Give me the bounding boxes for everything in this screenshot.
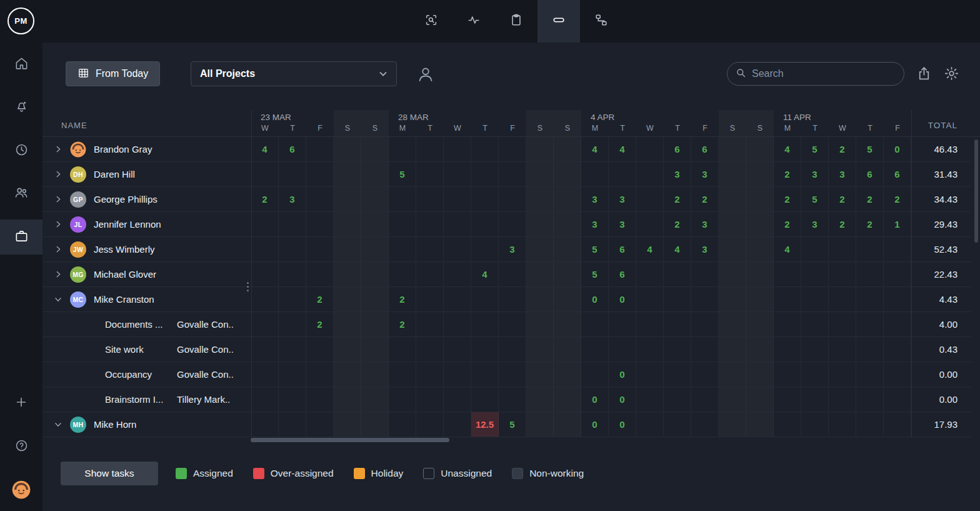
- workload-cell[interactable]: [334, 412, 361, 437]
- workload-cell[interactable]: [774, 312, 801, 336]
- workload-cell[interactable]: [636, 362, 664, 387]
- expand-chevron-icon[interactable]: [51, 145, 65, 153]
- workload-cell[interactable]: [444, 237, 471, 261]
- workload-cell[interactable]: 5: [801, 137, 829, 161]
- workload-cell[interactable]: [279, 237, 306, 261]
- workload-cell[interactable]: [499, 212, 526, 236]
- workload-cell[interactable]: [719, 237, 746, 261]
- workload-cell[interactable]: [416, 187, 444, 211]
- workload-cell[interactable]: 6: [609, 237, 636, 261]
- workload-cell[interactable]: [306, 387, 334, 412]
- workload-cell[interactable]: [636, 262, 664, 286]
- workload-cell[interactable]: 4: [251, 137, 279, 161]
- workload-cell[interactable]: 3: [691, 162, 719, 186]
- workload-cell[interactable]: [526, 412, 554, 437]
- workload-cell[interactable]: 3: [691, 237, 719, 261]
- workload-cell[interactable]: 5: [856, 137, 884, 161]
- workload-cell[interactable]: 2: [884, 187, 911, 211]
- workload-cell[interactable]: [306, 187, 334, 211]
- workload-cell[interactable]: [526, 362, 554, 387]
- workload-cell[interactable]: [636, 337, 664, 362]
- workload-cell[interactable]: [334, 162, 361, 186]
- workload-cell[interactable]: 6: [279, 137, 306, 161]
- workload-cell[interactable]: [389, 337, 416, 362]
- workload-cell[interactable]: 2: [664, 212, 691, 236]
- person-row[interactable]: JWJess Wimberly356443452.43: [42, 237, 971, 262]
- workload-cell[interactable]: [829, 337, 856, 362]
- workload-cell[interactable]: [636, 312, 664, 336]
- workload-cell[interactable]: [719, 287, 746, 311]
- workload-cell[interactable]: [691, 362, 719, 387]
- workload-cell[interactable]: [251, 262, 279, 286]
- workload-cell[interactable]: 4: [664, 237, 691, 261]
- sidebar-item-notifications[interactable]: [0, 93, 42, 122]
- workload-cell[interactable]: [526, 287, 554, 311]
- workload-cell[interactable]: [334, 187, 361, 211]
- workload-cell[interactable]: [361, 287, 389, 311]
- from-today-button[interactable]: From Today: [66, 61, 160, 86]
- workload-cell[interactable]: [444, 287, 471, 311]
- workload-cell[interactable]: [444, 412, 471, 437]
- sidebar-item-add[interactable]: [0, 389, 42, 418]
- workload-cell[interactable]: [719, 387, 746, 412]
- workload-cell[interactable]: [471, 187, 499, 211]
- workload-cell[interactable]: [884, 237, 911, 261]
- sidebar-item-portfolio[interactable]: [0, 220, 42, 255]
- workload-cell[interactable]: [334, 312, 361, 336]
- workload-cell[interactable]: 3: [609, 187, 636, 211]
- workload-cell[interactable]: 0: [581, 287, 609, 311]
- tab-workload[interactable]: [538, 0, 580, 43]
- workload-cell[interactable]: [361, 312, 389, 336]
- workload-cell[interactable]: 5: [581, 237, 609, 261]
- expand-chevron-icon[interactable]: [51, 195, 65, 203]
- workload-cell[interactable]: [884, 337, 911, 362]
- workload-cell[interactable]: 4: [774, 237, 801, 261]
- workload-cell[interactable]: [554, 237, 581, 261]
- workload-cell[interactable]: [774, 412, 801, 437]
- workload-cell[interactable]: 3: [581, 187, 609, 211]
- workload-cell[interactable]: [416, 137, 444, 161]
- workload-cell[interactable]: 6: [884, 162, 911, 186]
- show-tasks-button[interactable]: Show tasks: [61, 462, 158, 485]
- workload-cell[interactable]: [526, 337, 554, 362]
- workload-cell[interactable]: 3: [801, 162, 829, 186]
- workload-cell[interactable]: [664, 387, 691, 412]
- workload-cell[interactable]: [774, 262, 801, 286]
- workload-cell[interactable]: [746, 287, 774, 311]
- workload-cell[interactable]: [361, 237, 389, 261]
- workload-cell[interactable]: [664, 262, 691, 286]
- workload-cell[interactable]: [526, 237, 554, 261]
- workload-cell[interactable]: [636, 212, 664, 236]
- workload-cell[interactable]: [526, 137, 554, 161]
- workload-cell[interactable]: [361, 262, 389, 286]
- workload-cell[interactable]: 0: [884, 137, 911, 161]
- workload-cell[interactable]: [361, 212, 389, 236]
- workload-cell[interactable]: [471, 137, 499, 161]
- workload-cell[interactable]: [279, 287, 306, 311]
- workload-cell[interactable]: [306, 237, 334, 261]
- workload-cell[interactable]: [554, 162, 581, 186]
- workload-cell[interactable]: 3: [499, 237, 526, 261]
- tab-clipboard[interactable]: [495, 0, 538, 43]
- workload-cell[interactable]: [444, 137, 471, 161]
- workload-cell[interactable]: [526, 312, 554, 336]
- workload-cell[interactable]: [774, 387, 801, 412]
- workload-cell[interactable]: [554, 187, 581, 211]
- workload-cell[interactable]: [746, 387, 774, 412]
- workload-cell[interactable]: [471, 312, 499, 336]
- workload-cell[interactable]: [306, 162, 334, 186]
- workload-cell[interactable]: [306, 412, 334, 437]
- workload-cell[interactable]: 2: [389, 312, 416, 336]
- workload-cell[interactable]: 0: [581, 412, 609, 437]
- workload-cell[interactable]: [884, 362, 911, 387]
- workload-cell[interactable]: [526, 162, 554, 186]
- workload-cell[interactable]: [554, 362, 581, 387]
- workload-cell[interactable]: [251, 387, 279, 412]
- workload-cell[interactable]: [526, 187, 554, 211]
- workload-cell[interactable]: [829, 312, 856, 336]
- sidebar-item-help[interactable]: [0, 432, 42, 461]
- workload-cell[interactable]: 12.5: [471, 412, 499, 437]
- workload-cell[interactable]: [279, 162, 306, 186]
- workload-cell[interactable]: [746, 187, 774, 211]
- workload-cell[interactable]: [801, 362, 829, 387]
